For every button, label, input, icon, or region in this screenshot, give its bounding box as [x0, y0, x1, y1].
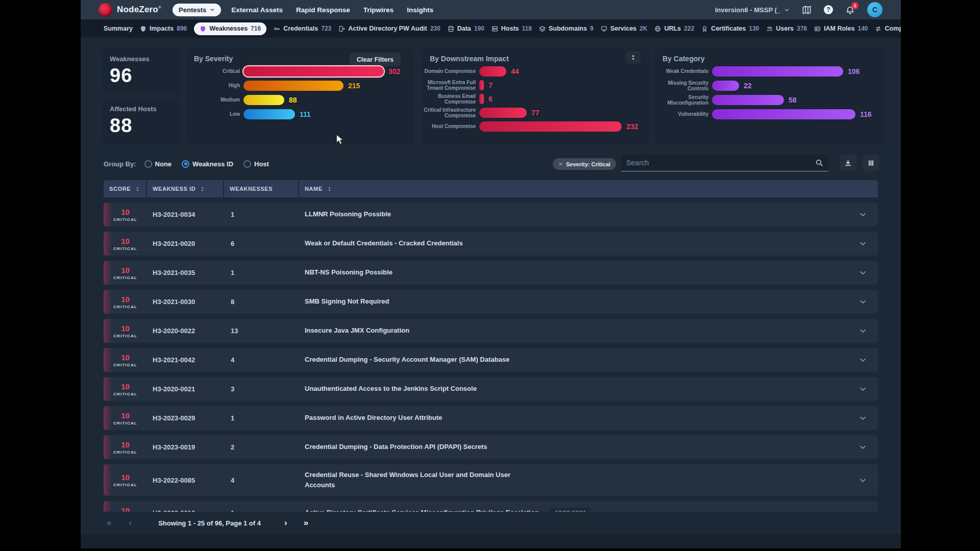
- table-row[interactable]: 10 CRITICAL H3-2023-0029 1 Password in A…: [104, 406, 878, 430]
- expand-row-button[interactable]: [847, 298, 878, 306]
- table-row[interactable]: 10 CRITICAL H3-2021-0034 1 LLMNR Poisoni…: [104, 203, 878, 227]
- expand-row-button[interactable]: [847, 211, 878, 218]
- groupby-option-host[interactable]: Host: [243, 160, 269, 168]
- nav-link-tripwires[interactable]: Tripwires: [363, 6, 394, 14]
- severity-critical-filter-chip[interactable]: Severity: Critical: [553, 158, 616, 170]
- category-bar-weak-credentials[interactable]: [712, 66, 843, 77]
- subnav-item-data[interactable]: Data190: [448, 25, 484, 32]
- next-page-button[interactable]: ›: [284, 518, 287, 528]
- category-bar-missing-security-controls[interactable]: [712, 81, 739, 91]
- by-severity-panel: By Severity Clear Filters Critical302Hig…: [186, 48, 414, 144]
- score-value: 10: [104, 324, 147, 333]
- table-row[interactable]: 10 CRITICAL H3-2020-0022 13 Insecure Jav…: [104, 319, 878, 343]
- expand-row-button[interactable]: [847, 477, 878, 484]
- subnav-item-active-directory-pw-audit[interactable]: Active Directory PW Audit230: [338, 25, 440, 32]
- column-header-score[interactable]: SCORE: [104, 180, 147, 197]
- search-input[interactable]: [626, 159, 815, 167]
- docs-map-icon[interactable]: [802, 5, 812, 15]
- weakness-id: H3-2021-0020: [147, 240, 224, 247]
- subnav-item-subdomains[interactable]: Subdomains9: [539, 25, 594, 32]
- expand-row-button[interactable]: [847, 385, 878, 393]
- subnav-item-count: 378: [797, 25, 807, 32]
- subnav-item-summary[interactable]: Summary: [104, 25, 133, 32]
- severity-bar-critical[interactable]: [243, 66, 384, 77]
- downstream-bar-business-email-compromise[interactable]: [479, 94, 484, 104]
- severity-bar-high[interactable]: [243, 81, 344, 91]
- table-row[interactable]: 10 CRITICAL H3-2022-0085 4 Credential Re…: [104, 464, 878, 496]
- expand-row-button[interactable]: [847, 509, 878, 512]
- columns-button[interactable]: [863, 155, 879, 171]
- column-header-weakness-id[interactable]: WEAKNESS ID: [147, 180, 224, 197]
- table-row[interactable]: 10 CRITICAL H3-2020-0021 3 Unauthenticat…: [104, 377, 878, 401]
- weakness-count: 1: [224, 269, 299, 277]
- subnav-item-count: 118: [522, 25, 532, 32]
- download-button[interactable]: [840, 155, 856, 171]
- bar-value: 116: [860, 110, 872, 118]
- groupby-option-weakness-id[interactable]: Weakness ID: [182, 160, 233, 168]
- column-header-name[interactable]: NAME: [299, 180, 878, 197]
- downstream-bar-microsoft-entra-full-tenant-compromise[interactable]: [479, 80, 484, 90]
- last-page-button[interactable]: »: [304, 518, 308, 528]
- expand-row-button[interactable]: [847, 443, 878, 451]
- certificate-icon: [701, 26, 708, 32]
- table-row[interactable]: 10 CRITICAL H3-2021-0020 6 Weak or Defau…: [104, 232, 878, 256]
- subnav-item-compare[interactable]: Compare: [875, 25, 901, 32]
- nav-link-rapid-response[interactable]: Rapid Response: [296, 6, 350, 14]
- subnav-item-services[interactable]: Services2K: [601, 25, 648, 32]
- expand-row-button[interactable]: [847, 240, 878, 247]
- table-row[interactable]: 10 CRITICAL H3-2021-0030 8 SMB Signing N…: [104, 290, 878, 314]
- severity-bar-medium[interactable]: [243, 95, 284, 105]
- subnav-item-iam-roles[interactable]: IAM Roles140: [814, 25, 868, 32]
- brand[interactable]: NodeZero®: [99, 3, 161, 17]
- subnav-item-urls[interactable]: URLs222: [654, 25, 694, 32]
- subnav-item-label: Compare: [885, 25, 901, 32]
- table-row[interactable]: 10 CRITICAL H3-2022-0016 1 Active Direct…: [104, 501, 878, 512]
- nav-link-external-assets[interactable]: External Assets: [231, 6, 283, 14]
- help-icon[interactable]: ?: [824, 5, 833, 14]
- expand-row-button[interactable]: [847, 414, 878, 422]
- downstream-bar-host-compromise[interactable]: [479, 121, 622, 132]
- chevron-down-icon: [210, 7, 215, 12]
- table-row[interactable]: 10 CRITICAL H3-2023-0019 2 Credential Du…: [104, 435, 878, 459]
- subnav-item-certificates[interactable]: Certificates130: [701, 25, 759, 32]
- mouse-cursor: [336, 134, 345, 147]
- downstream-bar-domain-compromise[interactable]: [479, 66, 506, 77]
- groupby-option-none[interactable]: None: [144, 160, 172, 168]
- subnav-item-users[interactable]: Users378: [766, 25, 807, 32]
- subnav-item-impacts[interactable]: Impacts896: [140, 25, 187, 32]
- prev-page-button[interactable]: ‹: [129, 518, 132, 528]
- nav-link-insights[interactable]: Insights: [407, 6, 433, 14]
- first-page-button[interactable]: «: [107, 518, 111, 528]
- expand-row-button[interactable]: [847, 269, 878, 277]
- bar-label: Low: [186, 111, 240, 117]
- avatar[interactable]: C: [867, 2, 883, 17]
- category-bar-vulnerability[interactable]: [712, 109, 855, 119]
- bar-label: High: [186, 83, 240, 89]
- column-header-weaknesses[interactable]: WEAKNESSES: [224, 180, 299, 197]
- pentests-menu-button[interactable]: Pentests: [173, 4, 221, 16]
- expand-row-button[interactable]: [847, 327, 878, 335]
- severity-bar-low[interactable]: [243, 109, 295, 119]
- table-row[interactable]: 10 CRITICAL H3-2021-0035 1 NBT-NS Poison…: [104, 261, 878, 285]
- remove-filter-icon[interactable]: [558, 162, 563, 166]
- bar-label: Missing Security Controls: [655, 80, 708, 92]
- subnav-item-credentials[interactable]: Credentials723: [274, 25, 331, 32]
- bar-value: 7: [488, 81, 493, 89]
- download-icon: [844, 159, 852, 167]
- org-selector[interactable]: Inversion6 - MSSP (_: [715, 6, 790, 14]
- table-row[interactable]: 10 CRITICAL H3-2021-0042 4 Credential Du…: [104, 348, 878, 372]
- subnav-item-hosts[interactable]: Hosts118: [492, 25, 532, 32]
- notifications-button[interactable]: 1: [845, 5, 855, 15]
- sort-toggle-button[interactable]: [626, 51, 641, 64]
- downstream-bar-critical-infrastructure-compromise[interactable]: [479, 108, 527, 118]
- score-badge: 10 CRITICAL: [104, 295, 147, 309]
- weakness-id: H3-2022-0016: [147, 509, 224, 512]
- search-icon[interactable]: [815, 159, 823, 167]
- subnav-item-weaknesses[interactable]: Weaknesses716: [194, 22, 266, 35]
- weakness-count: 4: [224, 356, 299, 364]
- score-value: 10: [104, 353, 147, 362]
- category-bar-security-misconfiguration[interactable]: [712, 95, 784, 105]
- radio-icon: [144, 160, 152, 168]
- expand-row-button[interactable]: [847, 356, 878, 364]
- clear-filters-button[interactable]: Clear Filters: [350, 53, 401, 66]
